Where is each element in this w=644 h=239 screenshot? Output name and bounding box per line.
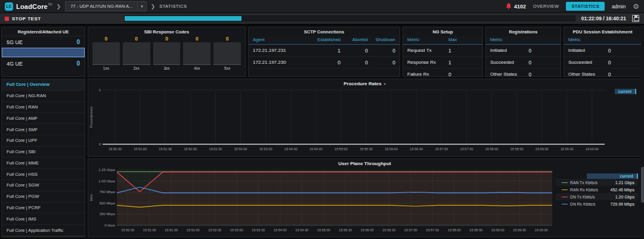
breadcrumb-section[interactable]: STATISTICS	[159, 4, 187, 9]
chevron-right-icon: ❯	[151, 4, 156, 10]
sidebar-item-full-core-sgw[interactable]: Full Core | SGW	[2, 180, 85, 191]
sbi-sparkline[interactable]	[183, 42, 210, 65]
alarms-indicator[interactable]: 4102	[506, 3, 526, 10]
svg-text:15:55:00: 15:55:00	[317, 228, 330, 232]
save-icon[interactable]	[632, 15, 639, 22]
sbi-sparkline[interactable]	[92, 42, 120, 65]
table-row: Succeeded0	[564, 57, 641, 69]
svg-text:15:50:30: 15:50:30	[121, 228, 134, 232]
svg-text:15:59:30: 15:59:30	[561, 147, 574, 151]
svg-text:15:53:30: 15:53:30	[252, 228, 265, 232]
row-value: 0	[368, 60, 395, 66]
tab-overview[interactable]: OVERVIEW	[533, 4, 559, 9]
row-label: Response Rx	[407, 60, 448, 66]
row-label: Initiated	[490, 48, 528, 54]
procedure-rates-chart[interactable]: Procedures/s0115:50:3015:51:0015:51:3015…	[88, 86, 641, 154]
sidebar-item-full-core-ng-ran[interactable]: Full Core | NG-RAN	[2, 91, 85, 102]
table-row: Request Tx1	[403, 45, 482, 57]
loadcore-logo-icon[interactable]: LC	[5, 2, 13, 11]
top-nav-bar: LC LoadCore 5G ❯ 77 - UDP ALIYUN NG-RAN …	[0, 0, 644, 13]
sbi-response-codes-panel: SBI Response Codes 01xx02xx03xx04xx05xx	[88, 27, 246, 77]
sidebar-item-full-core-application-traffic[interactable]: Full Core | Application Traffic	[2, 225, 85, 236]
brand-name: LoadCore	[16, 3, 48, 10]
sidebar-item-full-core-pcrf[interactable]: Full Core | PCRF	[2, 203, 85, 214]
test-control-bar: STOP TEST 01:22:09 / 16:40:21	[0, 13, 644, 25]
test-progress-fill	[125, 16, 242, 21]
sbi-sparkline[interactable]	[123, 42, 150, 65]
svg-text:15:57:30: 15:57:30	[460, 147, 473, 151]
test-selector[interactable]: 77 - UDP ALIYUN NG-RAN A... ▾	[65, 1, 147, 11]
sidebar-item-full-core-amf[interactable]: Full Core | AMF	[2, 113, 85, 124]
alarm-count: 4102	[514, 4, 526, 10]
row-value: 0	[528, 72, 556, 77]
row-value: 0	[528, 60, 556, 66]
svg-text:15:54:00: 15:54:00	[274, 228, 287, 232]
sbi-sparkline[interactable]	[153, 42, 181, 65]
svg-text:15:53:00: 15:53:00	[234, 147, 247, 151]
row-value: 0	[313, 60, 340, 66]
sbi-label: 2xx	[134, 66, 140, 70]
legend-series-name: RAN Rx Kbits/s	[570, 188, 608, 192]
legend-current-header: current	[615, 89, 636, 94]
sidebar-item-full-core-smf[interactable]: Full Core | SMF	[2, 124, 85, 135]
sidebar-item-full-core-overview[interactable]: Full Core | Overview	[2, 79, 85, 91]
statistics-dashboard: Registered/Attached UE 5G UE04G UE0 Full…	[0, 25, 644, 239]
sidebar-item-full-core-upf[interactable]: Full Core | UPF	[2, 135, 85, 147]
chart-menu-caret-icon[interactable]: ▾	[384, 82, 386, 86]
sbi-code-5xx: 05xx	[213, 36, 241, 70]
stop-icon	[5, 17, 9, 21]
brand-5g-tag: 5G	[48, 2, 52, 6]
gear-icon[interactable]: ⚙	[633, 3, 639, 10]
table-row: Response Rx1	[403, 57, 482, 69]
svg-text:15:53:00: 15:53:00	[230, 228, 243, 232]
throughput-legend: current RAN Tx Kbits/s1.21 GbpsRAN Rx Kb…	[556, 166, 638, 235]
scrollbar-thumb[interactable]	[641, 167, 644, 203]
table-row: Initiated0	[564, 45, 641, 57]
row-label: Failure Rx	[407, 72, 448, 77]
row-value: 0	[368, 48, 395, 54]
user-menu[interactable]: admin	[612, 4, 626, 10]
legend-item-ran-rx-kbits-s[interactable]: RAN Rx Kbits/s452.45 Mbps	[556, 186, 638, 193]
sidebar-item-full-core-ims[interactable]: Full Core | IMS	[2, 213, 85, 225]
row-label: 172.21.197.230	[253, 60, 313, 66]
statistics-view-list: Full Core | OverviewFull Core | NG-RANFu…	[1, 79, 85, 237]
legend-item-dn-rx-kbits-s[interactable]: DN Rx Kbits/s729.99 Mbps	[556, 200, 638, 207]
pdu-session-establishment-panel: PDU Session Establishment MetricInitiate…	[564, 27, 642, 77]
sbi-value: 0	[135, 36, 138, 42]
stop-test-button[interactable]: STOP TEST	[5, 16, 124, 21]
sidebar-item-full-core-mme[interactable]: Full Core | MME	[2, 157, 85, 169]
legend-series-current-value: 729.99 Mbps	[611, 202, 634, 206]
ue-value: 0	[76, 60, 80, 67]
sidebar-item-full-core-pgw[interactable]: Full Core | PGW	[2, 191, 85, 203]
sidebar-item-full-core-hss[interactable]: Full Core | HSS	[2, 169, 85, 180]
sbi-sparkline[interactable]	[213, 42, 241, 65]
sctp-connections-panel: SCTP Connections AgentEstablishedAborted…	[248, 27, 400, 77]
user-plane-throughput-chart-panel: User Plane Throughput kb/s0 kbps250 Mbps…	[88, 159, 642, 237]
svg-text:15:54:30: 15:54:30	[295, 228, 308, 232]
sbi-value: 0	[226, 36, 229, 42]
legend-item-ran-tx-kbits-s[interactable]: RAN Tx Kbits/s1.21 Gbps	[556, 179, 638, 186]
legend-series-color	[562, 190, 568, 190]
summary-panels-row: SBI Response Codes 01xx02xx03xx04xx05xx …	[88, 27, 642, 77]
chevron-down-icon[interactable]: ▾	[137, 1, 147, 11]
column-header-metric: Metric	[490, 37, 528, 42]
sidebar-item-full-core-ran[interactable]: Full Core | RAN	[2, 102, 85, 113]
column-header-agent: Agent	[253, 37, 313, 42]
row-label: Succeeded	[568, 60, 608, 66]
tab-statistics[interactable]: STATISTICS	[566, 2, 605, 11]
sidebar-item-full-core-sbi[interactable]: Full Core | SBI	[2, 147, 85, 158]
legend-item-dn-tx-kbits-s[interactable]: DN Tx Kbits/s1.20 Gbps	[556, 193, 638, 200]
sidebar-item-agent-statistics[interactable]: Agent Statistics	[2, 236, 85, 239]
svg-text:1: 1	[99, 88, 101, 92]
svg-text:15:50:30: 15:50:30	[109, 147, 122, 151]
test-selector-value[interactable]: 77 - UDP ALIYUN NG-RAN A...	[65, 1, 137, 11]
selected-row-highlight[interactable]	[2, 48, 85, 57]
svg-text:15:54:00: 15:54:00	[284, 147, 298, 151]
row-value: 1	[448, 60, 478, 66]
svg-text:kb/s: kb/s	[89, 194, 93, 201]
table-header-row: MetricMax	[403, 36, 482, 45]
row-value: 0	[608, 72, 637, 77]
ue-row-4g-ue[interactable]: 4G UE0	[2, 57, 85, 69]
ue-row-5g-ue[interactable]: 5G UE0	[2, 36, 85, 48]
user-plane-throughput-chart[interactable]: kb/s0 kbps250 Mbps500 Mbps750 Mbps1.00 G…	[88, 166, 556, 235]
